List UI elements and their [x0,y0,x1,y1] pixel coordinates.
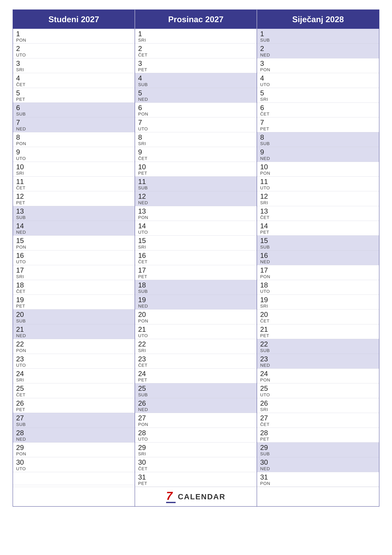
day-number: 16 [260,252,376,259]
day-name: PON [260,378,376,383]
day-row: 18UTO [257,280,379,295]
day-name: ČET [16,185,131,190]
day-number: 16 [16,252,131,259]
day-number: 9 [16,148,131,156]
day-row: 14PET [257,221,379,236]
day-name: PET [138,67,254,72]
day-name: PET [16,200,131,205]
day-number: 10 [138,163,254,171]
day-name: NED [16,333,131,338]
day-number: 28 [260,429,376,437]
day-number: 3 [16,60,131,67]
day-number: 24 [138,370,254,378]
day-row: 14UTO [135,221,257,236]
day-name: NED [138,200,254,205]
day-name: PET [260,437,376,442]
day-name: PON [260,67,376,72]
day-number: 15 [260,237,376,244]
day-name: PET [138,378,254,383]
day-number: 2 [138,45,254,52]
day-row: 10PON [257,162,379,176]
day-name: ČET [138,259,254,264]
day-row: 22SUB [257,339,379,354]
day-row: 28PET [257,428,379,443]
day-number: 1 [260,30,376,38]
day-row: 27ČET [257,413,379,428]
day-number: 25 [16,385,131,392]
day-number: 9 [138,148,254,156]
day-name: UTO [16,52,131,58]
day-row: 29SRI [135,443,257,457]
day-name: PET [138,481,254,486]
day-number: 21 [16,326,131,333]
day-number: 21 [260,326,376,333]
day-name: NED [260,52,376,58]
day-name: ČET [260,319,376,323]
day-name: SRI [138,451,254,456]
day-row: 21PET [257,324,379,339]
day-row: 18SUB [135,280,257,295]
day-name: UTO [138,126,254,131]
calendar-container: Studeni 2027Prosinac 2027Siječanj 2028 1… [13,9,379,507]
day-number: 29 [138,444,254,451]
day-name: PET [138,171,254,176]
day-number: 31 [138,473,254,481]
day-row: 23NED [257,354,379,369]
day-name: SUB [260,348,376,353]
footer-logo: 7 CALENDAR [138,490,254,503]
day-row: 17PON [257,265,379,280]
day-number: 14 [260,222,376,230]
day-row: 19NED [135,295,257,309]
footer-cell-1 [13,487,135,506]
day-name: SUB [138,289,254,294]
day-row: 27SUB [13,413,135,428]
day-number: 18 [16,281,131,289]
day-number: 29 [16,444,131,451]
day-row: 15SRI [135,236,257,250]
day-row: 11ČET [13,176,135,191]
day-number: 19 [260,296,376,304]
day-name: SRI [138,245,254,250]
day-row: 6ČET [257,103,379,117]
day-name: PON [138,422,254,427]
day-row: 3SRI [13,58,135,73]
day-name: NED [260,363,376,368]
day-row: 15SUB [257,236,379,250]
day-name: ČET [138,156,254,161]
day-number: 18 [260,281,376,289]
day-number: 6 [138,104,254,111]
day-number: 2 [16,45,131,52]
day-row: 9UTO [13,147,135,162]
day-name: ČET [138,52,254,58]
day-name: PON [16,38,131,43]
day-name: UTO [16,363,131,368]
day-row: 26PET [13,398,135,413]
day-row: 24SRI [13,369,135,383]
day-row: 31PON [257,472,379,487]
day-number: 12 [260,193,376,200]
day-name: UTO [138,333,254,338]
day-name: PET [16,407,131,412]
day-number: 22 [16,340,131,348]
day-number: 14 [16,222,131,230]
day-row: 9NED [257,147,379,162]
day-number: 1 [138,30,254,38]
day-number: 27 [16,414,131,422]
day-row: 5SRI [257,88,379,103]
day-row: 29SUB [257,443,379,457]
day-name: PON [138,111,254,117]
day-name: SRI [138,38,254,43]
day-name: PON [16,348,131,353]
day-name: UTO [16,259,131,264]
day-number: 15 [16,237,131,244]
day-row: 29PON [13,443,135,457]
day-row: 21UTO [135,324,257,339]
day-number: 6 [260,104,376,111]
day-number: 12 [16,193,131,200]
day-row: 25SUB [135,383,257,398]
day-row: 2NED [257,44,379,58]
day-name: UTO [138,230,254,235]
day-row: 22SRI [135,339,257,354]
day-name: NED [260,156,376,161]
day-row: 4SUB [135,73,257,88]
